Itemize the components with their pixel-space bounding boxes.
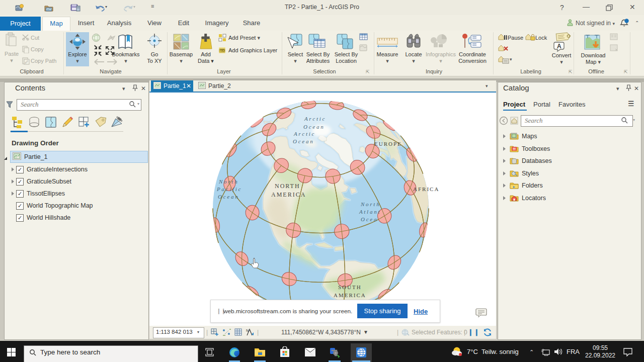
svg-text:A: A [557,43,561,50]
svg-text:▾: ▾ [105,5,107,9]
svg-text:▾: ▾ [133,5,135,9]
svg-text:▾: ▾ [510,57,512,62]
svg-text:N: N [246,329,249,332]
svg-text:🖉: 🖉 [25,60,29,64]
